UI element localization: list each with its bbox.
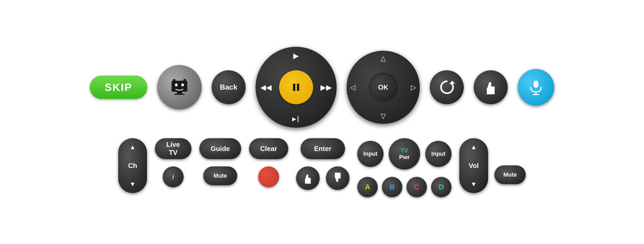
vol-mute-col: ▲ Vol ▼ Mute [459, 138, 526, 193]
media-up-arrow: ▶ [293, 51, 299, 60]
label-b: B [389, 183, 395, 191]
clear-label: Clear [260, 145, 277, 153]
info-label: i [172, 173, 174, 181]
remote-buttons-container: SKIP Back ▶ [74, 36, 570, 208]
guide-button[interactable]: Guide [199, 138, 241, 159]
thumbs-up-small-button[interactable] [296, 166, 320, 190]
ch-up-arrow: ▲ [129, 143, 136, 151]
input-top-row: Input TV Pwr Input [357, 138, 451, 170]
media-right-arrow: ▶▶ [320, 83, 332, 92]
tv-icon [168, 75, 191, 99]
media-ring[interactable]: ▶ ◀◀ ▶▶ ▶║ [256, 47, 337, 128]
skip-label: SKIP [105, 82, 132, 93]
input-col: Input TV Pwr Input A B [357, 138, 451, 197]
vol-row: ▲ Vol ▼ Mute [459, 138, 526, 193]
abcd-row: A B C D [357, 177, 451, 197]
thumb-buttons [296, 166, 349, 190]
media-arrows: ▶ ◀◀ ▶▶ ▶║ [256, 47, 337, 128]
input2-label: Input [431, 150, 445, 157]
input2-button[interactable]: Input [425, 141, 451, 167]
vol-down-arrow: ▼ [471, 181, 477, 188]
svg-point-5 [175, 83, 178, 86]
live-tv-button[interactable]: Live TV [155, 138, 191, 159]
record-button[interactable] [258, 166, 279, 187]
ch-down-arrow: ▼ [129, 181, 136, 188]
vol-label: Vol [469, 162, 479, 170]
vol-up-arrow: ▲ [471, 143, 477, 151]
info-button[interactable]: i [163, 166, 184, 187]
live-tv-label: Live TV [166, 141, 180, 157]
svg-point-3 [173, 79, 176, 82]
mute2-label: Mute [503, 171, 517, 178]
enter-label: Enter [314, 145, 331, 153]
volume-button[interactable]: ▲ Vol ▼ [459, 138, 488, 193]
svg-rect-13 [534, 80, 538, 88]
svg-rect-2 [174, 94, 185, 95]
label-a: A [365, 183, 370, 191]
thumbs-up-button[interactable] [474, 70, 508, 104]
nav-up-arrow: △ [381, 54, 386, 62]
thumbs-up-small-icon [301, 172, 314, 185]
nav-ring[interactable]: △ ◁ ▷ ▽ OK [347, 51, 420, 124]
tv-pwr-label: TV Pwr [399, 147, 410, 161]
mic-icon [527, 78, 545, 97]
enter-button[interactable]: Enter [301, 138, 345, 159]
back-label: Back [220, 83, 238, 91]
thumbs-up-icon [482, 78, 500, 96]
guide-label: Guide [211, 145, 230, 153]
bottom-row: ▲ Ch ▼ Live TV i Guide Mute [118, 138, 526, 197]
clear-col: Clear [249, 138, 288, 187]
ok-label: OK [378, 83, 388, 91]
svg-rect-1 [177, 92, 182, 94]
ch-label: Ch [128, 162, 137, 170]
label-c: C [414, 183, 419, 191]
svg-point-4 [183, 79, 186, 82]
button-a[interactable]: A [357, 177, 378, 197]
label-d: D [439, 183, 444, 191]
nav-down-arrow: ▽ [381, 112, 386, 120]
replay-icon [438, 78, 456, 96]
clear-button[interactable]: Clear [249, 138, 288, 159]
replay-button[interactable] [430, 70, 464, 104]
enter-col: Enter [296, 138, 349, 190]
button-d[interactable]: D [431, 177, 451, 197]
live-tv-col: Live TV i [155, 138, 191, 187]
tv-button[interactable] [157, 65, 202, 109]
nav-right-arrow: ▷ [411, 83, 416, 91]
mute-button-2[interactable]: Mute [494, 165, 526, 184]
back-button[interactable]: Back [212, 70, 246, 104]
thumbs-down-icon [331, 172, 344, 185]
skip-button[interactable]: SKIP [90, 75, 147, 99]
button-b[interactable]: B [382, 177, 402, 197]
svg-point-6 [181, 83, 184, 86]
media-down-arrow: ▶║ [292, 116, 300, 122]
mute-button[interactable]: Mute [203, 166, 237, 185]
mute-label: Mute [213, 172, 227, 179]
guide-col: Guide Mute [199, 138, 241, 185]
channel-button[interactable]: ▲ Ch ▼ [118, 138, 147, 193]
thumbs-down-button[interactable] [326, 166, 349, 190]
button-c[interactable]: C [406, 177, 427, 197]
nav-left-arrow: ◁ [350, 83, 355, 91]
tv-pwr-button[interactable]: TV Pwr [389, 138, 420, 170]
svg-marker-9 [449, 81, 455, 84]
ok-button[interactable]: OK [369, 73, 398, 102]
input-button[interactable]: Input [357, 141, 383, 167]
top-row: SKIP Back ▶ [90, 47, 554, 128]
input-label: Input [363, 150, 377, 157]
mic-button[interactable] [518, 69, 554, 106]
media-left-arrow: ◀◀ [260, 83, 272, 92]
